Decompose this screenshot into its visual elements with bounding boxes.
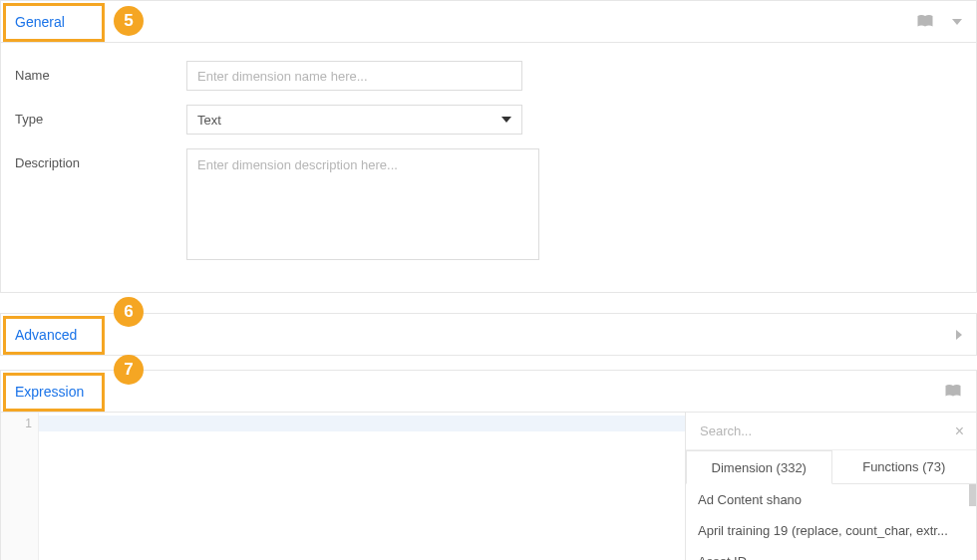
general-section-header[interactable]: General [0, 0, 977, 43]
type-select-value: Text [197, 113, 501, 128]
expression-section-body: 1 × Dimension (332) Functions (73) Ad Co… [0, 413, 977, 560]
expression-header-actions [944, 384, 962, 400]
book-icon[interactable] [916, 14, 934, 30]
search-input[interactable] [698, 422, 955, 439]
editor-gutter: 1 [1, 413, 39, 560]
description-textarea[interactable] [186, 148, 539, 260]
name-input[interactable] [186, 61, 522, 91]
expression-section-header[interactable]: Expression [0, 370, 977, 413]
book-icon[interactable] [944, 384, 962, 400]
description-row: Description [15, 148, 962, 260]
type-select[interactable]: Text [186, 105, 522, 135]
expression-title: Expression [15, 384, 84, 400]
type-label: Type [15, 105, 186, 127]
editor-line-number: 1 [25, 417, 32, 430]
general-header-actions [916, 14, 962, 30]
tab-functions[interactable]: Functions (73) [832, 450, 977, 484]
type-row: Type Text [15, 105, 962, 135]
editor-current-line-highlight [39, 416, 685, 431]
general-section-body: Name Type Text Description [0, 43, 977, 293]
list-item[interactable]: Asset ID [686, 546, 976, 560]
caret-down-icon[interactable] [952, 19, 962, 25]
advanced-title: Advanced [15, 327, 77, 343]
chevron-right-icon [956, 330, 962, 340]
description-label: Description [15, 148, 186, 170]
name-label: Name [15, 61, 186, 83]
side-panel-tabs: Dimension (332) Functions (73) [686, 450, 976, 484]
close-icon[interactable]: × [955, 422, 964, 440]
name-row: Name [15, 61, 962, 91]
dimension-list: Ad Content shano April training 19 (repl… [686, 484, 976, 560]
general-title: General [15, 14, 65, 30]
expression-editor[interactable] [39, 413, 685, 560]
chevron-down-icon [501, 117, 511, 123]
advanced-section-header[interactable]: Advanced [0, 313, 977, 356]
list-item[interactable]: Ad Content shano [686, 484, 976, 515]
expression-side-panel: × Dimension (332) Functions (73) Ad Cont… [685, 413, 976, 560]
search-wrap: × [686, 413, 976, 450]
app-root: General 5 Name Type Text Description [0, 0, 977, 560]
tab-dimension[interactable]: Dimension (332) [686, 450, 832, 484]
list-item[interactable]: April training 19 (replace, count_char, … [686, 515, 976, 546]
scrollbar-thumb[interactable] [969, 484, 976, 506]
